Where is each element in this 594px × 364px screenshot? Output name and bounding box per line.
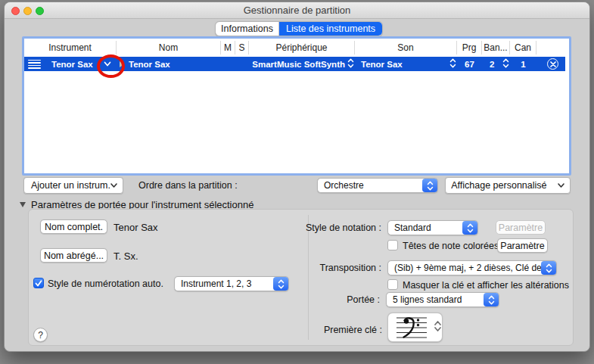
son-stepper-icon[interactable]	[449, 58, 456, 70]
staff-label: Portée :	[254, 294, 380, 305]
up-down-stepper-icon[interactable]	[273, 277, 288, 291]
row-son-value: Tenor Sax	[361, 60, 403, 69]
chevron-down-icon	[110, 183, 123, 188]
col-header-ban[interactable]: Ban...	[482, 41, 510, 54]
noteheads-param-button[interactable]: Paramètre	[497, 238, 548, 253]
col-header-son[interactable]: Son	[355, 41, 457, 54]
full-name-value: Tenor Sax	[114, 222, 158, 233]
row-instrument-value: Tenor Sax	[51, 60, 93, 69]
auto-numbering-checkbox[interactable]	[33, 278, 44, 288]
first-clef-selector[interactable]	[387, 313, 443, 342]
col-header-m[interactable]: M	[221, 41, 235, 54]
disclosure-triangle-icon	[20, 202, 26, 207]
up-down-stepper-icon[interactable]	[462, 221, 477, 235]
drag-handle-icon	[28, 60, 41, 69]
row-peripherique-value: SmartMusic SoftSynth	[252, 60, 345, 69]
ban-stepper-icon[interactable]	[502, 58, 509, 70]
hide-key-label[interactable]: Masquer la clé et afficher les altératio…	[403, 280, 569, 291]
col-header-peripherique[interactable]: Périphérique	[249, 41, 355, 54]
colored-noteheads-checkbox[interactable]	[387, 240, 398, 250]
list-controls-row: Ajouter un instrum... Ordre dans la part…	[5, 177, 589, 194]
drag-handle-icon[interactable]	[24, 57, 45, 71]
notation-param-button: Paramètre	[496, 220, 546, 235]
auto-numbering-label[interactable]: Style de numérotation auto.	[48, 278, 163, 289]
staff-value: 5 lignes standard	[387, 294, 478, 305]
clef-stepper-icon[interactable]	[434, 320, 442, 335]
view-dropdown[interactable]: Affichage personnalisé	[445, 177, 571, 194]
col-header-prg[interactable]: Prg	[457, 41, 482, 54]
first-clef-label: Première clé :	[257, 325, 382, 335]
up-down-stepper-icon[interactable]	[422, 179, 437, 192]
col-header-instrument[interactable]: Instrument	[24, 41, 117, 54]
add-instrument-label: Ajouter un instrum...	[24, 180, 110, 191]
notation-style-value: Standard	[388, 222, 448, 233]
minimize-window-button[interactable]	[23, 7, 32, 15]
row-can-value: 1	[521, 60, 525, 69]
col-header-blank	[536, 41, 569, 54]
score-manager-window: Gestionnaire de partition Informations L…	[4, 2, 590, 352]
tab-bar: Informations Liste des instruments	[215, 21, 383, 36]
order-label: Ordre dans la partition :	[138, 177, 238, 194]
close-window-button[interactable]	[11, 7, 20, 15]
add-instrument-dropdown[interactable]: Ajouter un instrum...	[23, 177, 123, 194]
auto-numbering-value: Instrument 1, 2, 3	[175, 278, 268, 289]
abbrev-name-value: T. Sx.	[114, 250, 138, 262]
bass-clef-icon	[394, 315, 429, 341]
table-header: Instrument Nom M S Périphérique Son Prg …	[24, 39, 569, 57]
window-title: Gestionnaire de partition	[5, 2, 589, 19]
colored-noteheads-label[interactable]: Têtes de note colorées	[403, 241, 499, 251]
up-down-stepper-icon[interactable]	[484, 293, 499, 306]
staff-settings-panel: Nom complet. Tenor Sax Nom abrégé... T. …	[28, 209, 574, 346]
panel-divider	[308, 215, 309, 340]
up-down-stepper-icon[interactable]	[541, 261, 556, 275]
hide-key-checkbox[interactable]	[387, 279, 398, 290]
row-nom-value: Tenor Sax	[129, 60, 170, 69]
transposition-popup[interactable]: (Sib) + 9ème maj, + 2 dièses, Clé de...	[387, 260, 557, 275]
chevron-down-icon	[558, 183, 570, 188]
annotation-red-circle	[97, 54, 125, 78]
col-header-can[interactable]: Can	[510, 41, 536, 54]
view-value: Affichage personnalisé	[451, 180, 546, 191]
row-ban-value: 2	[490, 60, 494, 69]
order-value: Orchestre	[318, 180, 381, 191]
remove-instrument-button[interactable]	[547, 58, 558, 70]
transposition-value: (Sib) + 9ème maj, + 2 dièses, Clé de...	[388, 263, 556, 273]
col-header-nom[interactable]: Nom	[117, 41, 221, 54]
staff-popup[interactable]: 5 lignes standard	[386, 292, 499, 307]
full-name-button[interactable]: Nom complet.	[40, 219, 107, 234]
notation-style-label: Style de notation :	[256, 222, 381, 233]
peripherique-stepper-icon[interactable]	[347, 58, 354, 70]
titlebar: Gestionnaire de partition	[5, 2, 589, 19]
tab-liste-des-instruments[interactable]: Liste des instruments	[279, 22, 382, 36]
transposition-label: Transposition :	[256, 263, 381, 273]
help-button[interactable]: ?	[33, 328, 48, 342]
row-prg-value: 67	[465, 60, 474, 69]
col-header-s[interactable]: S	[235, 41, 249, 54]
tab-informations[interactable]: Informations	[216, 22, 279, 36]
notation-style-popup[interactable]: Standard	[387, 220, 478, 235]
abbrev-name-button[interactable]: Nom abrégé...	[40, 248, 107, 263]
order-popup[interactable]: Orchestre	[317, 178, 438, 193]
zoom-window-button[interactable]	[36, 7, 44, 15]
auto-numbering-popup[interactable]: Instrument 1, 2, 3	[174, 276, 289, 291]
